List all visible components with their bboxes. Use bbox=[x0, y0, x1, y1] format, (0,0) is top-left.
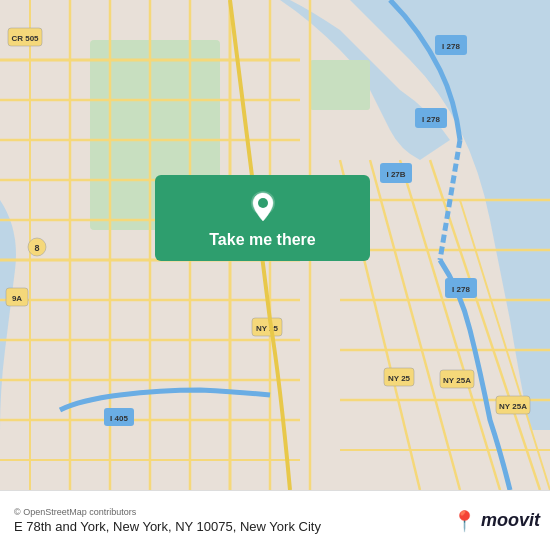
svg-text:I 27B: I 27B bbox=[386, 170, 405, 179]
svg-rect-2 bbox=[310, 60, 370, 110]
svg-text:I 278: I 278 bbox=[442, 42, 460, 51]
moovit-brand-text: moovit bbox=[481, 510, 540, 531]
svg-text:NY 25: NY 25 bbox=[256, 324, 279, 333]
svg-text:NY 25: NY 25 bbox=[388, 374, 411, 383]
button-label: Take me there bbox=[209, 231, 315, 249]
svg-text:8: 8 bbox=[34, 243, 39, 253]
take-me-there-button[interactable]: Take me there bbox=[155, 175, 370, 261]
svg-text:9A: 9A bbox=[12, 294, 22, 303]
attribution-text: © OpenStreetMap contributors bbox=[14, 507, 321, 517]
svg-text:I 278: I 278 bbox=[452, 285, 470, 294]
moovit-logo: 📍 moovit bbox=[452, 509, 540, 533]
moovit-pin-icon: 📍 bbox=[452, 509, 477, 533]
svg-text:NY 25A: NY 25A bbox=[499, 402, 527, 411]
svg-text:I 405: I 405 bbox=[110, 414, 128, 423]
svg-text:NY 25A: NY 25A bbox=[443, 376, 471, 385]
map-view: I 278 I 278 I 27B I 278 NY 25 NY 25 NY 2… bbox=[0, 0, 550, 490]
svg-point-58 bbox=[258, 198, 268, 208]
location-pin-icon bbox=[245, 189, 281, 225]
location-info: © OpenStreetMap contributors E 78th and … bbox=[14, 507, 321, 534]
svg-text:CR 505: CR 505 bbox=[11, 34, 39, 43]
svg-text:I 278: I 278 bbox=[422, 115, 440, 124]
location-text: E 78th and York, New York, NY 10075, New… bbox=[14, 519, 321, 534]
bottom-info-bar: © OpenStreetMap contributors E 78th and … bbox=[0, 490, 550, 550]
